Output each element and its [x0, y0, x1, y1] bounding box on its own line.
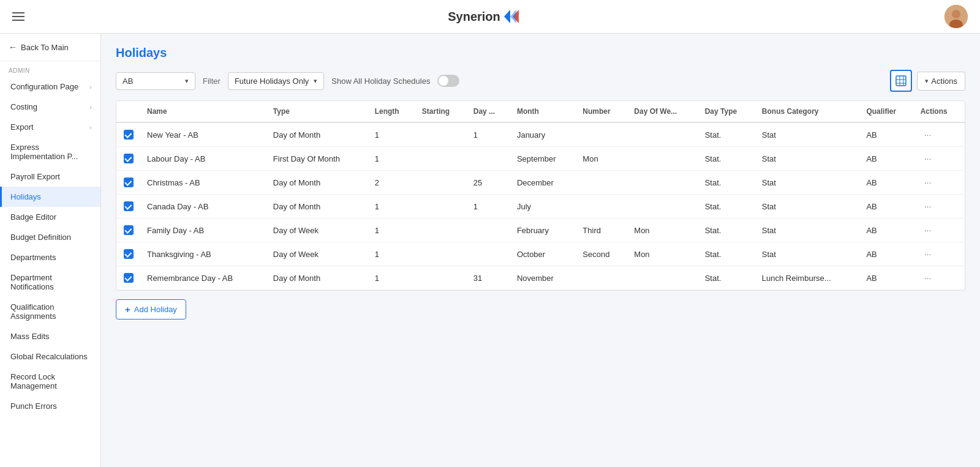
cell-starting-1	[416, 147, 467, 171]
row-checkbox-cell-4[interactable]	[116, 219, 141, 242]
row-actions-button-4[interactable]: ···	[921, 224, 935, 236]
sidebar-item-department-notifications[interactable]: Department Notifications	[0, 267, 100, 297]
sidebar-item-holidays[interactable]: Holidays	[0, 187, 100, 207]
cell-number-0	[576, 122, 628, 147]
show-all-toggle[interactable]	[437, 75, 459, 87]
cell-month-3: July	[511, 195, 576, 219]
cell-number-3	[576, 195, 628, 219]
cell-day-0: 1	[467, 122, 511, 147]
cell-starting-3	[416, 195, 467, 219]
col-header-starting[interactable]: Starting	[416, 101, 467, 122]
col-header-type[interactable]: Type	[267, 101, 369, 122]
cell-bonus_category-0: Stat	[756, 122, 861, 147]
chevron-icon-configuration-page: ›	[89, 83, 92, 91]
show-all-label: Show All Holiday Schedules	[331, 77, 430, 86]
excel-export-button[interactable]	[890, 70, 912, 92]
row-actions-cell-1[interactable]: ···	[914, 147, 965, 171]
sidebar-nav: Configuration Page›Costing›Export›Expres…	[0, 77, 100, 416]
cell-length-5: 1	[369, 242, 416, 266]
checkbox-0[interactable]	[124, 130, 134, 140]
row-actions-cell-6[interactable]: ···	[914, 266, 965, 290]
col-header-day_of_week[interactable]: Day Of We...	[628, 101, 698, 122]
cell-starting-4	[416, 219, 467, 242]
col-header-qualifier[interactable]: Qualifier	[860, 101, 914, 122]
checkbox-2[interactable]	[124, 177, 134, 187]
filter-dropdown-icon: ▾	[314, 77, 317, 85]
col-header-bonus_category[interactable]: Bonus Category	[756, 101, 861, 122]
sidebar-item-label-qualification-assignments: Qualification Assignments	[10, 302, 92, 321]
row-actions-button-5[interactable]: ···	[921, 248, 935, 260]
col-header-name[interactable]: Name	[141, 101, 267, 122]
holidays-table: NameTypeLengthStartingDay ...MonthNumber…	[116, 101, 965, 290]
sidebar-item-express-implementation[interactable]: Express Implementation P...	[0, 137, 100, 166]
province-select[interactable]: AB ▾	[116, 72, 195, 90]
svg-rect-6	[896, 76, 906, 86]
row-actions-button-3[interactable]: ···	[921, 200, 935, 212]
svg-marker-2	[510, 10, 516, 23]
cell-starting-0	[416, 122, 467, 147]
body-layout: ← Back To Main ADMIN Configuration Page›…	[0, 34, 980, 467]
sidebar-item-mass-edits[interactable]: Mass Edits	[0, 326, 100, 346]
row-checkbox-cell-6[interactable]	[116, 266, 141, 290]
cell-name-0: New Year - AB	[141, 122, 267, 147]
col-header-number[interactable]: Number	[576, 101, 628, 122]
sidebar-item-payroll-export[interactable]: Payroll Export	[0, 166, 100, 187]
sidebar-item-configuration-page[interactable]: Configuration Page›	[0, 77, 100, 97]
sidebar-item-departments[interactable]: Departments	[0, 247, 100, 267]
filter-dropdown[interactable]: Future Holidays Only ▾	[228, 72, 324, 90]
sidebar-section-label: ADMIN	[0, 61, 100, 77]
sidebar-item-global-recalculations[interactable]: Global Recalculations	[0, 346, 100, 367]
col-header-length[interactable]: Length	[369, 101, 416, 122]
row-actions-button-0[interactable]: ···	[921, 129, 935, 141]
actions-button[interactable]: ▾ Actions	[917, 72, 965, 91]
sidebar-item-costing[interactable]: Costing›	[0, 97, 100, 117]
hamburger-menu[interactable]	[12, 12, 24, 21]
svg-marker-0	[504, 10, 510, 23]
cell-day-3: 1	[467, 195, 511, 219]
checkbox-1[interactable]	[124, 154, 134, 163]
row-actions-cell-5[interactable]: ···	[914, 242, 965, 266]
checkbox-5[interactable]	[124, 249, 134, 259]
row-actions-button-2[interactable]: ···	[921, 176, 935, 189]
checkbox-3[interactable]	[124, 201, 134, 211]
row-checkbox-cell-2[interactable]	[116, 171, 141, 195]
cell-bonus_category-6: Lunch Reimburse...	[756, 266, 861, 290]
row-checkbox-cell-5[interactable]	[116, 242, 141, 266]
cell-month-1: September	[511, 147, 576, 171]
table-row: New Year - ABDay of Month11JanuaryStat.S…	[116, 122, 965, 147]
row-actions-button-1[interactable]: ···	[921, 152, 935, 165]
sidebar-item-export[interactable]: Export›	[0, 117, 100, 137]
row-checkbox-cell-0[interactable]	[116, 122, 141, 147]
row-actions-cell-2[interactable]: ···	[914, 171, 965, 195]
row-actions-cell-0[interactable]: ···	[914, 122, 965, 147]
checkbox-4[interactable]	[124, 225, 134, 235]
sidebar-item-punch-errors[interactable]: Punch Errors	[0, 396, 100, 416]
cell-length-1: 1	[369, 147, 416, 171]
chevron-icon-costing: ›	[89, 103, 92, 111]
checkbox-6[interactable]	[124, 273, 134, 283]
cell-number-4: Third	[576, 219, 628, 242]
sidebar-item-record-lock-management[interactable]: Record Lock Management	[0, 367, 100, 396]
cell-length-2: 2	[369, 171, 416, 195]
table-row: Christmas - ABDay of Month225DecemberSta…	[116, 171, 965, 195]
add-holiday-button[interactable]: + Add Holiday	[116, 299, 186, 319]
sidebar-item-budget-definition[interactable]: Budget Definition	[0, 227, 100, 247]
row-actions-button-6[interactable]: ···	[921, 272, 935, 284]
row-actions-cell-4[interactable]: ···	[914, 219, 965, 242]
sidebar-item-qualification-assignments[interactable]: Qualification Assignments	[0, 297, 100, 326]
sidebar-item-badge-editor[interactable]: Badge Editor	[0, 207, 100, 227]
col-header-actions[interactable]: Actions	[914, 101, 965, 122]
back-to-main-button[interactable]: ← Back To Main	[0, 34, 100, 61]
cell-month-0: January	[511, 122, 576, 147]
cell-day-6: 31	[467, 266, 511, 290]
row-actions-cell-3[interactable]: ···	[914, 195, 965, 219]
col-header-day_type[interactable]: Day Type	[699, 101, 756, 122]
row-checkbox-cell-3[interactable]	[116, 195, 141, 219]
user-avatar[interactable]	[944, 5, 968, 28]
col-header-month[interactable]: Month	[511, 101, 576, 122]
row-checkbox-cell-1[interactable]	[116, 147, 141, 171]
province-dropdown-icon: ▾	[185, 77, 189, 85]
cell-qualifier-2: AB	[860, 171, 914, 195]
col-header-day[interactable]: Day ...	[467, 101, 511, 122]
cell-day_of_week-1	[628, 147, 698, 171]
